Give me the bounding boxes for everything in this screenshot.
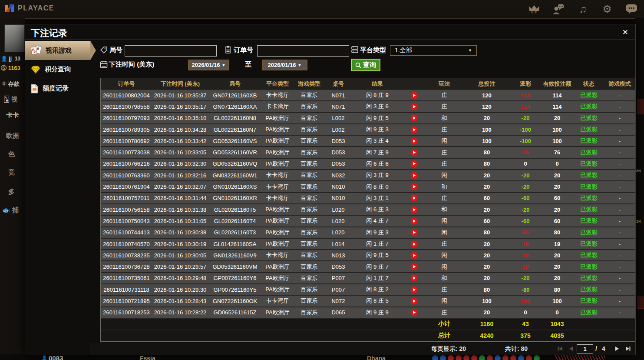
chat-icon[interactable] xyxy=(624,2,639,17)
cell-game-type: 百家乐 xyxy=(294,114,325,122)
cell-bet-time: 2026-01-16 10:28:43 xyxy=(152,298,208,304)
road-dot xyxy=(471,355,477,360)
cell-game-mode: - xyxy=(604,298,635,304)
cell-platform: PA欧洲厅 xyxy=(261,149,294,157)
tab-credit-records[interactable]: 额度记录 xyxy=(25,79,90,98)
bg-nav-video[interactable]: 🂡 视 xyxy=(3,96,17,103)
date-to-picker[interactable]: 2026/01/16▼ xyxy=(262,60,307,70)
replay-play-button[interactable] xyxy=(403,103,425,110)
first-page-button[interactable] xyxy=(556,345,565,353)
replay-play-button[interactable] xyxy=(403,252,425,259)
table-row: 260116100797093 2026-01-16 10:35:10 GL00… xyxy=(101,112,635,123)
cell-round-id: GP007261160Y5 xyxy=(208,287,261,293)
cell-bet-time: 2026-01-16 10:35:17 xyxy=(152,103,208,110)
cell-bet-time: 2026-01-16 10:35:10 xyxy=(152,115,208,121)
cell-order-id: 260116100736728 xyxy=(101,263,152,270)
bg-nav-item[interactable]: 卡卡 xyxy=(6,111,19,120)
next-page-button[interactable] xyxy=(613,345,621,353)
cell-game-mode: - xyxy=(604,92,635,99)
col-header: 桌号 xyxy=(325,80,352,88)
tab-video-games[interactable]: 9 K♥ 视讯游戏 xyxy=(25,41,90,60)
replay-play-button[interactable] xyxy=(403,274,425,282)
replay-play-button[interactable] xyxy=(403,297,425,305)
replay-play-button[interactable] xyxy=(403,92,425,99)
close-icon[interactable]: ✕ xyxy=(622,28,628,37)
cell-order-id: 260116100750043 xyxy=(101,218,152,224)
prev-page-button[interactable] xyxy=(567,345,575,353)
replay-play-button[interactable] xyxy=(403,229,425,236)
replay-play-button[interactable] xyxy=(403,149,425,156)
cell-total-bet: 100 xyxy=(464,138,510,144)
cell-order-id: 260116100744413 xyxy=(101,229,152,236)
total-payout: 375 xyxy=(510,332,541,339)
avatar[interactable] xyxy=(4,24,25,52)
replay-play-button[interactable] xyxy=(403,217,425,225)
cell-order-id: 260116100721895 xyxy=(101,298,152,304)
road-dot xyxy=(502,355,509,360)
cell-result: 闲 9 庄 3 xyxy=(352,126,403,133)
logo-mark-icon xyxy=(4,3,15,13)
road-dot xyxy=(518,355,524,360)
replay-play-button[interactable] xyxy=(403,160,425,167)
play-icon xyxy=(410,206,418,213)
cell-platform: PA欧洲厅 xyxy=(261,126,294,133)
music-icon[interactable]: ♫ xyxy=(575,2,590,17)
cell-platform: PA欧洲厅 xyxy=(261,206,294,213)
page-input[interactable] xyxy=(577,344,593,353)
replay-play-button[interactable] xyxy=(403,240,425,248)
table-row: 260116100789305 2026-01-16 10:34:28 GL00… xyxy=(101,123,635,135)
round-id-input[interactable] xyxy=(125,45,217,57)
cell-total-bet: 80 xyxy=(464,229,510,236)
cell-status: 已派彩 xyxy=(573,217,604,225)
cell-valid-bet: 80 xyxy=(541,287,573,293)
tab-points-query[interactable]: 积分查询 xyxy=(25,60,90,79)
date-from-picker[interactable]: 2026/01/16▼ xyxy=(188,60,229,70)
customer-service-icon[interactable] xyxy=(551,2,566,17)
replay-play-button[interactable] xyxy=(403,183,425,190)
replay-play-button[interactable] xyxy=(403,309,425,316)
settings-gear-icon[interactable]: ⚙ xyxy=(600,2,614,17)
replay-play-button[interactable] xyxy=(403,194,425,202)
platform-type-select[interactable]: 1.全部 ▼ xyxy=(390,45,477,56)
replay-play-button[interactable] xyxy=(403,286,425,293)
play-icon xyxy=(410,263,418,270)
cell-game-mode: - xyxy=(604,103,635,110)
bg-nav-item[interactable]: 多 xyxy=(8,188,15,196)
vip-crown-icon[interactable]: VIP xyxy=(527,2,542,17)
cell-bet-side: 庄 xyxy=(425,149,464,157)
table-row: 260116100802004 2026-01-16 10:35:37 GN07… xyxy=(101,89,635,100)
search-button[interactable]: 查询 xyxy=(351,59,380,71)
road-dot xyxy=(440,355,446,360)
last-page-button[interactable] xyxy=(624,345,632,353)
replay-play-button[interactable] xyxy=(403,114,425,122)
cell-platform: PA欧洲厅 xyxy=(261,229,294,237)
cell-valid-bet: 19 xyxy=(541,241,573,247)
cell-order-id: 260116100797093 xyxy=(101,115,152,121)
bg-nav-item[interactable]: 欧洲 xyxy=(6,132,19,140)
col-header: 派彩 xyxy=(510,80,541,88)
replay-play-button[interactable] xyxy=(403,126,425,133)
replay-play-button[interactable] xyxy=(403,137,425,145)
cell-total-bet: 120 xyxy=(464,103,510,110)
road-dot xyxy=(487,355,493,360)
bet-time-label: 下注时间 (美东) xyxy=(109,60,154,69)
search-icon xyxy=(355,62,361,68)
cell-order-id: 260116100740570 xyxy=(101,241,152,247)
order-id-input[interactable] xyxy=(257,45,349,57)
play-icon xyxy=(410,194,418,202)
bg-nav-item[interactable]: 色 xyxy=(8,150,15,158)
cell-payout: -80 xyxy=(510,287,541,293)
deposit-button[interactable]: ⑤ 存款 xyxy=(2,80,20,88)
replay-play-button[interactable] xyxy=(403,206,425,213)
replay-play-button[interactable] xyxy=(403,263,425,270)
bg-nav-item[interactable]: 竞 xyxy=(8,168,15,177)
bg-nav-fishing[interactable]: 🐟 捕 xyxy=(2,206,19,214)
cell-round-id: GD053261160VM xyxy=(208,263,261,270)
cell-status: 已派彩 xyxy=(573,286,604,293)
cell-status: 已派彩 xyxy=(573,114,604,122)
balance-text: Ⓢ 1163 xyxy=(1,64,20,72)
cell-total-bet: 20 xyxy=(464,275,510,281)
replay-play-button[interactable] xyxy=(403,172,425,179)
cell-result: 闲 4 庄 7 xyxy=(352,217,403,225)
cell-game-type: 百家乐 xyxy=(294,91,325,99)
